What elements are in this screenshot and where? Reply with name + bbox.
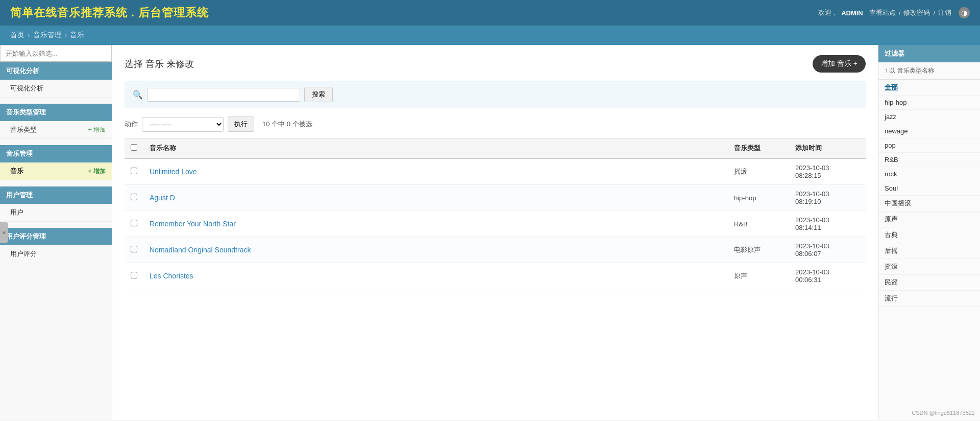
breadcrumb-music-mgmt[interactable]: 音乐管理	[33, 31, 62, 40]
music-name-link[interactable]: Agust D	[150, 194, 175, 202]
row-date: 2023-10-03 00:06:31	[789, 263, 866, 289]
filter-item[interactable]: newage	[878, 124, 980, 138]
sidebar-section-user-mgmt[interactable]: 用户管理	[0, 186, 112, 204]
sidebar-section-user-review[interactable]: 用户评分管理	[0, 228, 112, 245]
filter-item[interactable]: 原声	[878, 212, 980, 227]
breadcrumb: 首页 › 音乐管理 › 音乐	[0, 26, 980, 45]
sidebar-section-visualization[interactable]: 可视化分析	[0, 62, 112, 80]
logout-link[interactable]: 注销	[938, 8, 951, 17]
change-password-link[interactable]: 修改密码	[903, 8, 930, 17]
row-checkbox-cell	[125, 237, 143, 263]
select-all-checkbox[interactable]	[131, 144, 137, 151]
filter-item[interactable]: 古典	[878, 227, 980, 243]
theme-toggle-button[interactable]: ◑	[959, 7, 970, 18]
search-bar: 🔍 搜索	[125, 81, 866, 108]
selection-info: 10 个中 0 个被选	[262, 120, 312, 129]
row-checkbox[interactable]	[131, 246, 137, 252]
filter-item[interactable]: R&B	[878, 153, 980, 167]
watermark: CSDN @linge511873822	[912, 410, 975, 416]
row-genre: 电影原声	[728, 237, 789, 263]
breadcrumb-sep1: ›	[28, 31, 30, 39]
row-checkbox-cell	[125, 185, 143, 211]
actions-bar: 动作 ---------- 执行 10 个中 0 个被选	[125, 116, 866, 132]
sidebar-item-visualization[interactable]: 可视化分析	[0, 80, 112, 98]
table-row: Remember Your North Star R&B 2023-10-03 …	[125, 211, 866, 237]
table-header-row: 音乐名称 音乐类型 添加时间	[125, 138, 866, 159]
sidebar-section-music-mgmt[interactable]: 音乐管理	[0, 145, 112, 162]
sidebar: 可视化分析 可视化分析 音乐类型管理 音乐类型 + 增加 音乐管理 音乐 + 增…	[0, 45, 112, 420]
main-layout: 可视化分析 可视化分析 音乐类型管理 音乐类型 + 增加 音乐管理 音乐 + 增…	[0, 45, 980, 420]
search-icon: 🔍	[133, 90, 143, 100]
filter-item[interactable]: 后摇	[878, 243, 980, 259]
row-checkbox[interactable]	[131, 194, 137, 200]
add-music-sidebar-link[interactable]: + 增加	[88, 167, 106, 176]
filter-header: 过滤器	[878, 45, 980, 62]
header-checkbox-col	[125, 138, 143, 159]
table-row: Agust D hip-hop 2023-10-03 08:19:10	[125, 185, 866, 211]
action-select[interactable]: ----------	[142, 117, 224, 132]
page-title-row: 选择 音乐 来修改 增加 音乐 +	[125, 55, 866, 73]
header-add-time[interactable]: 添加时间	[789, 138, 866, 159]
user-info: 欢迎， ADMIN 查看站点 / 修改密码 / 注销 ◑	[818, 7, 970, 18]
sidebar-spacer3	[0, 180, 112, 186]
row-checkbox[interactable]	[131, 168, 137, 174]
view-site-link[interactable]: 查看站点	[869, 8, 896, 17]
row-checkbox[interactable]	[131, 220, 137, 226]
breadcrumb-current: 音乐	[70, 31, 84, 40]
row-music-name: Unlimited Love	[143, 158, 728, 185]
sidebar-item-music-type[interactable]: 音乐类型 + 增加	[0, 121, 112, 139]
music-name-link[interactable]: Unlimited Love	[150, 168, 197, 176]
filter-item[interactable]: 民谣	[878, 275, 980, 291]
filter-item[interactable]: 流行	[878, 291, 980, 307]
filter-panel: 过滤器 ↑ 以 音乐类型名称 全部hip-hopjazznewagepopR&B…	[878, 45, 980, 420]
filter-item[interactable]: 全部	[878, 80, 980, 96]
sidebar-collapse-button[interactable]: «	[0, 222, 8, 243]
filter-items-container: 全部hip-hopjazznewagepopR&BrockSoul中国摇滚原声古…	[878, 80, 980, 307]
welcome-text: 欢迎，	[818, 8, 838, 17]
music-name-link[interactable]: Nomadland Original Soundtrack	[150, 246, 251, 254]
row-checkbox-cell	[125, 211, 143, 237]
breadcrumb-home[interactable]: 首页	[10, 31, 24, 40]
music-name-link[interactable]: Remember Your North Star	[150, 220, 236, 228]
header-genre[interactable]: 音乐类型	[728, 138, 789, 159]
breadcrumb-sep2: ›	[65, 31, 67, 39]
site-title: 简单在线音乐推荐系统 . 后台管理系统	[10, 5, 209, 20]
row-genre: hip-hop	[728, 185, 789, 211]
filter-item[interactable]: Soul	[878, 181, 980, 196]
row-music-name: Remember Your North Star	[143, 211, 728, 237]
filter-item[interactable]: pop	[878, 138, 980, 153]
filter-item[interactable]: hip-hop	[878, 96, 980, 110]
row-date: 2023-10-03 08:28:15	[789, 158, 866, 185]
sidebar-item-music[interactable]: 音乐 + 增加	[0, 162, 112, 180]
row-checkbox[interactable]	[131, 272, 137, 278]
sidebar-item-user[interactable]: 用户	[0, 204, 112, 222]
filter-item[interactable]: 中国摇滚	[878, 196, 980, 212]
row-date: 2023-10-03 08:19:10	[789, 185, 866, 211]
add-music-button[interactable]: 增加 音乐 +	[813, 55, 866, 73]
search-button[interactable]: 搜索	[304, 87, 333, 102]
sidebar-filter-input[interactable]	[0, 45, 112, 62]
action-label: 动作	[125, 120, 138, 129]
main-content: 选择 音乐 来修改 增加 音乐 + 🔍 搜索 动作 ---------- 执行 …	[112, 45, 878, 420]
top-header: 简单在线音乐推荐系统 . 后台管理系统 欢迎， ADMIN 查看站点 / 修改密…	[0, 0, 980, 26]
row-date: 2023-10-03 08:14:11	[789, 211, 866, 237]
music-name-link[interactable]: Les Choristes	[150, 272, 193, 280]
filter-subtitle: ↑ 以 音乐类型名称	[878, 62, 980, 80]
filter-item[interactable]: rock	[878, 167, 980, 181]
table-row: Nomadland Original Soundtrack 电影原声 2023-…	[125, 237, 866, 263]
execute-button[interactable]: 执行	[228, 116, 254, 132]
search-input[interactable]	[147, 88, 300, 102]
sidebar-section-music-type[interactable]: 音乐类型管理	[0, 104, 112, 121]
header-music-name[interactable]: 音乐名称	[143, 138, 728, 159]
sidebar-item-user-review[interactable]: 用户评分	[0, 245, 112, 263]
music-table: 音乐名称 音乐类型 添加时间 Unlimited Love 摇滚 2023-10…	[125, 138, 866, 289]
filter-item[interactable]: 摇滚	[878, 259, 980, 275]
row-genre: 原声	[728, 263, 789, 289]
row-genre: 摇滚	[728, 158, 789, 185]
row-date: 2023-10-03 08:06:07	[789, 237, 866, 263]
page-title: 选择 音乐 来修改	[125, 58, 194, 70]
add-music-type-link[interactable]: + 增加	[88, 126, 106, 134]
filter-item[interactable]: jazz	[878, 110, 980, 124]
sep2: /	[933, 9, 935, 17]
sep1: /	[899, 9, 901, 17]
